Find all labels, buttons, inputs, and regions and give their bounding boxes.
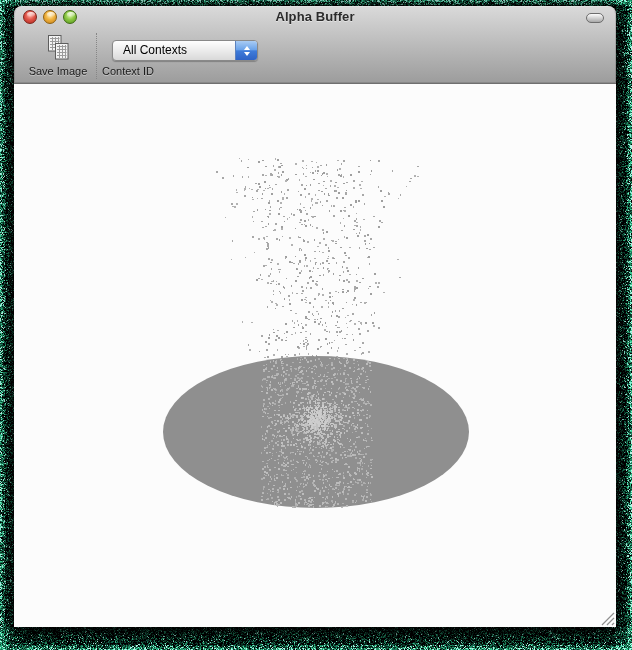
toolbar: Save Image All Contexts Context ID [14,28,616,84]
alpha-buffer-render [14,84,616,627]
resize-grip[interactable] [599,610,615,626]
save-image-label: Save Image [14,65,102,77]
save-image-icon [24,35,92,61]
context-id-group: All Contexts Context ID [112,28,258,84]
alpha-buffer-view [14,84,616,627]
toolbar-separator [96,33,97,79]
context-id-label: Context ID [102,65,268,77]
alpha-buffer-window: Alpha Buffer Save Image [14,6,616,627]
up-down-stepper-icon [235,41,257,60]
window-header: Alpha Buffer Save Image [14,6,616,84]
arrow-down-icon [244,52,250,56]
context-popup[interactable]: All Contexts [112,40,258,61]
titlebar[interactable]: Alpha Buffer [14,6,616,28]
window-title: Alpha Buffer [14,9,616,24]
arrow-up-icon [244,46,250,50]
toolbar-toggle-button[interactable] [586,13,604,23]
context-popup-value: All Contexts [123,41,187,60]
save-image-button[interactable]: Save Image [24,28,92,84]
